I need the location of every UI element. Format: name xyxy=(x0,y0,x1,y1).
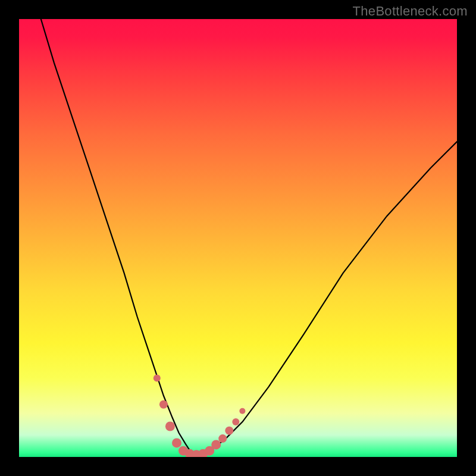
curve-marker xyxy=(239,408,245,414)
curve-marker xyxy=(232,418,239,425)
curve-marker xyxy=(172,438,181,447)
curve-marker xyxy=(225,427,233,435)
watermark-text: TheBottleneck.com xyxy=(353,4,468,19)
bottleneck-curve xyxy=(41,19,457,455)
chart-frame: TheBottleneck.com xyxy=(0,0,476,476)
curve-marker xyxy=(211,440,221,449)
curve-markers xyxy=(154,375,246,458)
plot-area xyxy=(19,19,457,457)
curve-marker xyxy=(165,422,175,431)
curve-marker xyxy=(218,434,227,443)
curve-marker xyxy=(159,400,168,409)
chart-svg xyxy=(19,19,457,457)
curve-marker xyxy=(154,375,161,382)
